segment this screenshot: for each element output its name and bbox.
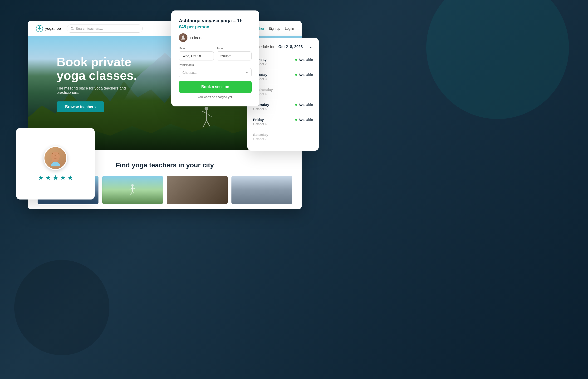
available-badge: Available: [295, 58, 313, 62]
schedule-items-list: Monday Available October 2 Tuesday Avail…: [253, 54, 313, 144]
schedule-date: October 2: [253, 62, 313, 66]
teacher-row: Erika E.: [179, 33, 252, 42]
teacher-name: Erika E.: [190, 36, 202, 40]
search-bar[interactable]: Search teachers...: [67, 25, 143, 33]
star-rating: ★ ★ ★ ★ ★: [38, 174, 73, 182]
city-image-4[interactable]: [232, 176, 292, 204]
profile-card: ★ ★ ★ ★ ★: [16, 128, 95, 200]
schedule-chevron-icon[interactable]: ⌄: [309, 44, 313, 49]
participants-group: Participants Choose... 1 person 2 people…: [179, 63, 252, 77]
star-2: ★: [45, 174, 51, 182]
navbar: yogatribe Search teachers... + Become a …: [28, 21, 302, 36]
date-label: Date: [179, 47, 214, 50]
available-badge: Available: [295, 103, 313, 107]
participants-label: Participants: [179, 63, 252, 67]
booking-price: €45 per person: [179, 25, 252, 30]
available-dot: [295, 74, 297, 76]
search-icon: [71, 27, 74, 30]
login-link[interactable]: Log in: [285, 27, 294, 31]
star-1: ★: [38, 174, 44, 182]
svg-line-8: [206, 120, 210, 126]
svg-point-1: [39, 26, 40, 28]
schedule-item-wednesday[interactable]: Wednesday October 4: [253, 84, 313, 99]
book-session-button[interactable]: Book a session: [179, 81, 252, 93]
star-4: ★: [60, 174, 66, 182]
logo-text: yogatribe: [45, 26, 61, 31]
available-badge: Available: [295, 118, 313, 122]
schedule-day-label: Monday Available: [253, 58, 313, 62]
date-group: Date: [179, 47, 214, 61]
schedule-date: October 4: [253, 92, 313, 96]
svg-line-6: [206, 113, 212, 117]
svg-point-3: [205, 107, 208, 111]
schedule-header: Schedule for Oct 2–8, 2023 ⌄: [253, 44, 313, 49]
svg-point-10: [182, 35, 184, 38]
schedule-date: October 7: [253, 137, 313, 141]
no-charge-text: You won't be charged yet.: [179, 95, 252, 99]
schedule-item-monday[interactable]: Monday Available October 2: [253, 54, 313, 69]
schedule-date: October 5: [253, 107, 313, 111]
available-dot: [295, 119, 297, 121]
browse-teachers-button[interactable]: Browse teachers: [57, 101, 104, 112]
schedule-item-thursday[interactable]: Thursday Available October 5: [253, 99, 313, 114]
time-group: Time: [217, 47, 252, 61]
star-5: ★: [67, 174, 73, 182]
schedule-day-label: Thursday Available: [253, 103, 313, 107]
svg-line-5: [202, 111, 206, 113]
logo[interactable]: yogatribe: [36, 25, 61, 32]
schedule-date: October 3: [253, 77, 313, 81]
time-label: Time: [217, 47, 252, 50]
hero-subtitle: The meeting place for yoga teachers and …: [57, 86, 147, 95]
schedule-item-tuesday[interactable]: Tuesday Available October 3: [253, 69, 313, 84]
svg-line-7: [203, 120, 206, 127]
star-3: ★: [53, 174, 59, 182]
hero-title: Book private yoga classes.: [57, 55, 152, 82]
booking-title: Ashtanga vinyasa yoga – 1h: [179, 18, 252, 24]
date-time-row: Date Time: [179, 47, 252, 61]
schedule-day-label: Friday Available: [253, 118, 313, 122]
schedule-item-saturday[interactable]: Saturday October 7: [253, 129, 313, 144]
schedule-date-range: Oct 2–8, 2023: [278, 45, 303, 49]
teacher-avatar: [179, 33, 187, 42]
participants-select[interactable]: Choose... 1 person 2 people 3 people: [179, 68, 252, 77]
available-dot: [295, 59, 297, 61]
date-input[interactable]: [179, 51, 214, 61]
booking-card: Ashtanga vinyasa yoga – 1h €45 per perso…: [171, 11, 259, 106]
city-image-3[interactable]: [167, 176, 228, 204]
schedule-item-friday[interactable]: Friday Available October 6: [253, 114, 313, 129]
time-input[interactable]: [217, 51, 252, 61]
schedule-date: October 6: [253, 122, 313, 126]
city-image-2[interactable]: [102, 176, 163, 204]
available-dot: [295, 104, 297, 106]
profile-avatar: [44, 146, 67, 170]
schedule-day-label: Saturday: [253, 133, 313, 137]
search-placeholder: Search teachers...: [76, 27, 103, 31]
yogatribe-logo-icon: [36, 25, 43, 32]
schedule-day-label: Tuesday Available: [253, 73, 313, 77]
yoga-figure: [197, 104, 216, 143]
signup-link[interactable]: Sign up: [269, 27, 280, 31]
available-badge: Available: [295, 73, 313, 77]
svg-point-9: [131, 184, 134, 186]
hero-content: Book private yoga classes. The meeting p…: [57, 55, 152, 112]
svg-point-2: [71, 27, 73, 29]
schedule-day-label: Wednesday: [253, 88, 313, 92]
